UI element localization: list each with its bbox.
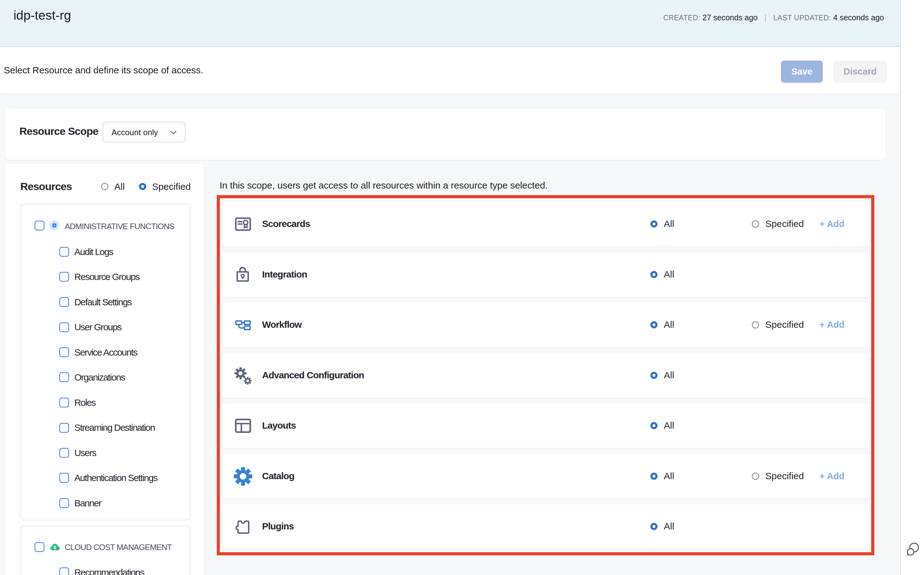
svg-text:$: $ [53,545,56,550]
